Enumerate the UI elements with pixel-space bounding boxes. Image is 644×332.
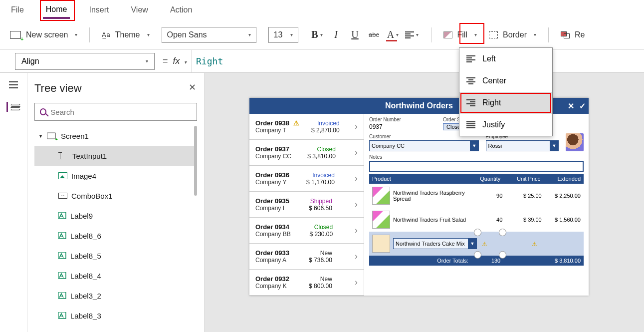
order-item[interactable]: Order 0938 ⚠Company TInvoiced$ 2,870.00› <box>249 114 364 140</box>
align-right-option[interactable]: Right <box>459 92 552 114</box>
tree-item-image4[interactable]: Image4 <box>34 166 197 186</box>
product-row[interactable]: Northwind Traders Fruit Salad40$ 39.00$ … <box>369 208 584 232</box>
layers-button[interactable] <box>6 102 20 112</box>
order-item[interactable]: Order 0936Company YInvoiced$ 1,170.00› <box>249 166 364 192</box>
tree-item-label8-4[interactable]: Label8_4 <box>34 266 197 286</box>
align-option-label: Justify <box>482 120 505 129</box>
label-icon <box>58 312 66 319</box>
bold-button[interactable]: B▾ <box>310 28 324 42</box>
separator <box>89 27 90 42</box>
order-item[interactable]: Order 0935Company IShipped$ 606.50› <box>249 192 364 218</box>
chevron-down-icon: ▾ <box>75 32 77 37</box>
resize-handle-icon[interactable] <box>474 251 481 259</box>
italic-button[interactable]: I <box>329 28 343 42</box>
customer-select[interactable]: Company CC▼ <box>369 140 479 151</box>
fill-label: Fill <box>457 30 467 39</box>
font-select[interactable]: Open Sans ▾ <box>162 27 256 43</box>
menu-action[interactable]: Action <box>167 2 195 17</box>
chevron-right-icon: › <box>355 173 358 184</box>
menu-insert[interactable]: Insert <box>86 2 112 17</box>
font-size-select[interactable]: 13 ▾ <box>268 27 298 43</box>
resize-handle-icon[interactable] <box>499 251 506 259</box>
font-color-icon: A <box>387 29 394 40</box>
canvas[interactable]: Northwind Orders ✕ ✓ Order 0938 ⚠Company… <box>205 73 644 332</box>
tree-item-label8-5[interactable]: Label8_5 <box>34 246 197 266</box>
order-number-label: Order Number <box>369 117 436 122</box>
order-item[interactable]: Order 0933Company ANew$ 736.00› <box>249 244 364 270</box>
totals-label: Order Totals: <box>372 258 468 264</box>
product-select[interactable]: Northwind Traders Cake Mix▼ <box>393 238 477 249</box>
notes-input[interactable] <box>369 161 584 172</box>
menu-view[interactable]: View <box>128 2 151 17</box>
align-center-option[interactable]: Center <box>459 70 552 92</box>
tree-item-label9[interactable]: Label9 <box>34 206 197 226</box>
tree-item-textinput1[interactable]: TextInput1 <box>34 146 197 166</box>
font-color-button[interactable]: A▾ <box>386 28 400 42</box>
align-justify-option[interactable]: Justify <box>459 114 552 136</box>
chevron-right-icon: › <box>355 277 358 288</box>
align-left-option[interactable]: Left <box>459 48 552 70</box>
new-screen-button[interactable]: New screen ▾ <box>10 30 77 39</box>
strikethrough-button[interactable]: abc <box>367 28 381 42</box>
border-button[interactable]: Border ▾ <box>489 30 536 39</box>
tree-item-label8-3[interactable]: Label8_3 <box>34 306 197 326</box>
formula-input[interactable]: Right <box>196 56 223 66</box>
menu-file[interactable]: File <box>8 2 27 17</box>
employee-select[interactable]: Rossi▼ <box>486 140 559 151</box>
product-image-icon <box>372 235 390 253</box>
warning-icon: ⚠ <box>482 241 487 248</box>
order-list[interactable]: Order 0938 ⚠Company TInvoiced$ 2,870.00›… <box>249 114 364 296</box>
chevron-down-icon: ▾ <box>184 59 187 65</box>
ribbon: New screen ▾ A̲a Theme ▾ Open Sans ▾ 13 … <box>0 20 644 50</box>
chevron-right-icon: › <box>355 147 358 158</box>
theme-button[interactable]: A̲a Theme ▾ <box>102 30 149 39</box>
chevron-down-icon: ▾ <box>320 32 323 37</box>
product-image-icon <box>372 211 390 229</box>
border-icon <box>489 31 498 38</box>
separator <box>548 27 549 42</box>
resize-handle-icon[interactable] <box>474 229 481 236</box>
tree-item-label3-2[interactable]: Label3_2 <box>34 286 197 306</box>
tree-search-field[interactable] <box>50 108 192 116</box>
order-item[interactable]: Order 0932Company KNew$ 800.00› <box>249 270 364 296</box>
product-selected-row[interactable]: Northwind Traders Cake Mix▼ ⚠ ⚠ <box>369 232 584 256</box>
textinput-icon <box>58 152 68 159</box>
resize-handle-icon[interactable] <box>499 229 506 236</box>
product-row[interactable]: Northwind Traders Raspberry Spread90$ 25… <box>369 184 584 208</box>
label-icon <box>58 212 66 219</box>
close-panel-button[interactable]: ✕ <box>189 82 196 93</box>
menu-home[interactable]: Home <box>43 1 70 19</box>
tree-item-combobox1[interactable]: • •ComboBox1 <box>34 186 197 206</box>
notes-label: Notes <box>369 154 584 160</box>
search-icon <box>40 108 46 115</box>
fill-button[interactable]: Fill ▾ <box>443 30 477 39</box>
tree-search-input[interactable] <box>34 103 197 121</box>
reorder-icon <box>561 31 570 38</box>
hamburger-button[interactable] <box>6 80 20 90</box>
bold-icon: B <box>311 29 318 40</box>
underline-button[interactable]: U <box>348 28 362 42</box>
app-title: Northwind Orders <box>385 101 453 110</box>
tree-root-label: Screen1 <box>61 132 89 140</box>
order-item[interactable]: Order 0934Company BBClosed$ 230.00› <box>249 218 364 244</box>
image-icon <box>58 172 67 179</box>
order-item[interactable]: Order 0937Company CCClosed$ 3,810.00› <box>249 140 364 166</box>
chevron-down-icon: ▼ <box>470 141 479 151</box>
property-select[interactable]: Align ▾ <box>15 53 155 70</box>
strikethrough-icon: abc <box>369 31 379 38</box>
tree-item-label8-6[interactable]: Label8_6 <box>34 226 197 246</box>
scrollbar-thumb[interactable] <box>194 126 197 196</box>
chevron-down-icon: ▾ <box>534 32 536 37</box>
reorder-button[interactable]: Re <box>561 30 585 39</box>
theme-icon: A̲a <box>102 31 110 38</box>
product-image-icon <box>372 187 390 205</box>
tree-root-screen1[interactable]: ▾ Screen1 <box>34 126 197 146</box>
underline-icon: U <box>351 29 358 40</box>
chevron-down-icon: ▾ <box>147 32 150 37</box>
save-icon[interactable]: ✓ <box>579 101 586 111</box>
text-align-button[interactable]: ▾ <box>405 28 419 42</box>
warning-icon: ⚠ <box>293 119 299 127</box>
chevron-down-icon: ▾ <box>248 32 251 37</box>
cancel-icon[interactable]: ✕ <box>568 101 574 111</box>
col-extended: Extended <box>541 176 581 182</box>
